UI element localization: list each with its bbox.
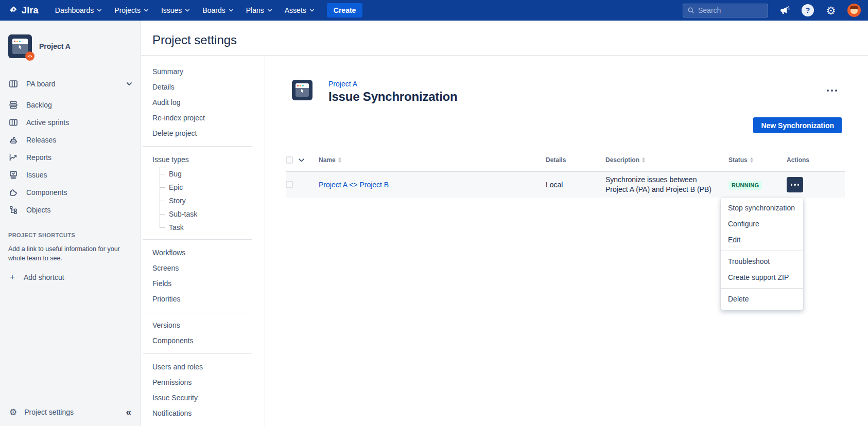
settings-item-epic[interactable]: Epic [160, 181, 265, 194]
announcement-icon[interactable] [778, 4, 791, 17]
column-header-description[interactable]: Description [605, 156, 728, 164]
sidebar-item-releases[interactable]: Releases [0, 131, 141, 149]
user-avatar[interactable] [847, 4, 861, 17]
settings-item-delete-project[interactable]: Delete project [141, 126, 265, 141]
collapse-sidebar-icon[interactable]: « [126, 406, 131, 418]
sidebar-item-reports[interactable]: Reports [0, 149, 141, 166]
menu-item-troubleshoot[interactable]: Troubleshoot [721, 254, 803, 270]
project-shortcuts-section: PROJECT SHORTCUTS Add a link to useful i… [0, 232, 141, 282]
settings-item-fields[interactable]: Fields [141, 276, 265, 291]
settings-item-sub-task[interactable]: Sub-task [160, 207, 265, 221]
settings-item-screens[interactable]: Screens [141, 260, 265, 276]
divider [143, 312, 252, 312]
board-icon [8, 79, 19, 89]
main-content: Project A Issue Synchronization New Sync… [265, 56, 868, 426]
menu-issues[interactable]: Issues [156, 3, 195, 18]
settings-item-users-and-roles[interactable]: Users and roles [141, 359, 265, 375]
column-header-status[interactable]: Status [728, 156, 787, 164]
right-column: Project settings Summary Details Audit l… [141, 21, 868, 426]
sidebar-item-components[interactable]: Components [0, 184, 141, 201]
chevron-down-icon[interactable] [126, 79, 132, 89]
cursor-icon [18, 45, 23, 50]
column-header-details: Details [546, 156, 605, 164]
settings-item-issue-security[interactable]: Issue Security [141, 390, 265, 405]
select-all-checkbox[interactable] [286, 156, 293, 164]
settings-item-versions[interactable]: Versions [141, 317, 265, 333]
row-checkbox[interactable] [286, 181, 293, 188]
search-icon [687, 7, 695, 14]
settings-item-bug[interactable]: Bug [160, 167, 265, 181]
search-input[interactable] [698, 6, 763, 14]
create-button[interactable]: Create [327, 3, 363, 17]
project-name: Project A [39, 42, 71, 50]
chevron-down-icon [229, 8, 234, 13]
jira-logo[interactable]: Jira [8, 5, 39, 16]
menu-boards[interactable]: Boards [197, 3, 238, 18]
menu-item-delete[interactable]: Delete [721, 291, 803, 307]
project-shortcuts-heading: PROJECT SHORTCUTS [8, 232, 132, 238]
settings-item-components[interactable]: Components [141, 333, 265, 348]
menu-item-configure[interactable]: Configure [721, 216, 803, 232]
objects-icon [8, 205, 19, 215]
menu-dashboards[interactable]: Dashboards [50, 3, 108, 18]
search-box[interactable] [683, 4, 768, 17]
column-header-actions: Actions [787, 156, 845, 164]
new-synchronization-button[interactable]: New Synchronization [753, 117, 842, 133]
menu-item-stop-synchronization[interactable]: Stop synchronization [721, 200, 803, 216]
menu-projects[interactable]: Projects [109, 3, 154, 18]
sort-icon[interactable] [338, 157, 341, 163]
row-actions-button[interactable] [787, 177, 803, 192]
select-dropdown-chevron-icon[interactable] [298, 157, 319, 164]
add-shortcut-button[interactable]: + Add shortcut [8, 272, 132, 282]
sidebar-item-backlog[interactable]: Backlog [0, 96, 141, 114]
sidebar-item-project-settings[interactable]: ⚙ Project settings « [0, 403, 141, 421]
sync-details: Local [546, 181, 605, 189]
menu-plans[interactable]: Plans [241, 3, 277, 18]
settings-item-notifications[interactable]: Notifications [141, 405, 265, 421]
active-sprints-icon [8, 117, 19, 128]
sidebar-item-objects[interactable]: Objects [0, 201, 141, 219]
sort-icon[interactable] [750, 157, 753, 163]
page-header: Project settings [141, 21, 868, 56]
sort-icon[interactable] [642, 157, 645, 163]
project-avatar [292, 80, 313, 100]
settings-nav: Summary Details Audit log Re-index proje… [141, 56, 265, 426]
jira-app: Jira Dashboards Projects Issues Boards P… [0, 0, 868, 426]
settings-item-permissions[interactable]: Permissions [141, 375, 265, 390]
content-header: Project A Issue Synchronization [292, 80, 458, 104]
row-actions-menu: Stop synchronization Configure Edit Trou… [721, 198, 803, 310]
settings-item-audit-log[interactable]: Audit log [141, 95, 265, 110]
sidebar-item-pa-board[interactable]: PA board [0, 75, 141, 93]
settings-item-story[interactable]: Story [160, 194, 265, 207]
settings-item-workflows[interactable]: Workflows [141, 245, 265, 260]
gear-icon: ⚙ [9, 408, 17, 417]
top-nav: Jira Dashboards Projects Issues Boards P… [0, 0, 868, 21]
sidebar-item-active-sprints[interactable]: Active sprints [0, 114, 141, 131]
settings-item-reindex-project[interactable]: Re-index project [141, 110, 265, 126]
settings-item-task[interactable]: Task [160, 221, 265, 234]
chevron-down-icon [309, 8, 315, 13]
settings-gear-icon[interactable]: ⚙ [824, 4, 838, 17]
main-menu: Dashboards Projects Issues Boards Plans … [50, 3, 320, 18]
menu-item-create-support-zip[interactable]: Create support ZIP [721, 270, 803, 286]
menu-assets[interactable]: Assets [280, 3, 320, 18]
settings-item-details[interactable]: Details [141, 79, 265, 95]
code-badge-icon: <> [25, 51, 34, 61]
sync-name-link[interactable]: Project A <> Project B [319, 181, 546, 189]
column-header-name[interactable]: Name [319, 156, 546, 164]
issues-icon [8, 170, 19, 180]
settings-item-priorities[interactable]: Priorities [141, 291, 265, 307]
settings-item-summary[interactable]: Summary [141, 64, 265, 79]
help-icon[interactable]: ? [801, 4, 814, 17]
jira-logo-text: Jira [22, 5, 39, 16]
settings-item-issue-types[interactable]: Issue types [141, 152, 265, 167]
content-title: Issue Synchronization [328, 90, 458, 104]
project-avatar: <> [8, 34, 32, 58]
menu-item-edit[interactable]: Edit [721, 232, 803, 248]
question-mark-glyph: ? [802, 4, 814, 16]
divider [143, 239, 252, 240]
page-more-actions-button[interactable] [824, 86, 840, 95]
breadcrumb-project-link[interactable]: Project A [328, 80, 458, 88]
sidebar-item-issues[interactable]: Issues [0, 166, 141, 184]
sidebar-nav: PA board Backlog Active sprints [0, 75, 141, 219]
